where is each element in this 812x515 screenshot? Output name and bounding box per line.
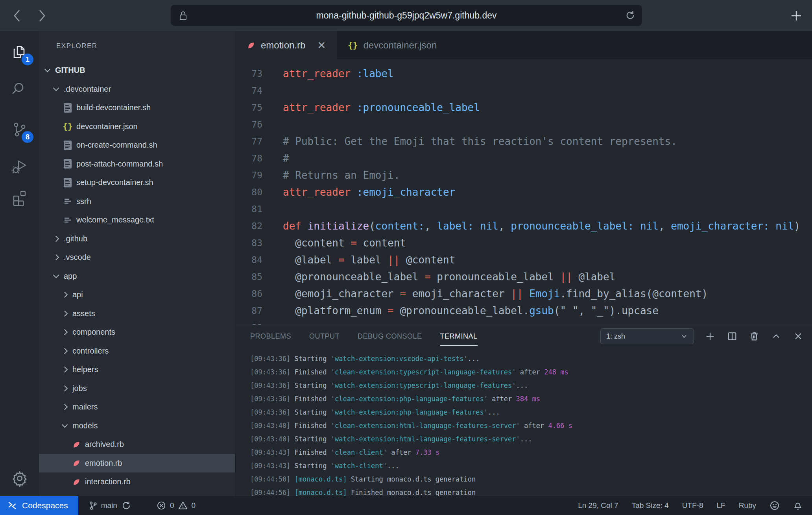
new-terminal-button[interactable]: [704, 330, 716, 342]
code-line-84[interactable]: 84 @label = label || @content: [236, 251, 812, 268]
git-branch-status[interactable]: main: [89, 500, 131, 511]
address-bar[interactable]: mona-github-github-g59jpq2w5w7.github.de…: [171, 5, 642, 26]
tree-item--github[interactable]: .github: [39, 230, 235, 248]
text-file-icon: [63, 196, 73, 206]
terminal-line-6: [09:43:40] Finished 'clean-extension:htm…: [250, 419, 812, 432]
panel-tab-terminal[interactable]: TERMINAL: [440, 325, 478, 347]
code-line-76[interactable]: 76: [236, 116, 812, 133]
new-tab-button[interactable]: [789, 9, 803, 23]
terminal-line-8: [09:43:43] Finished 'clean-client' after…: [250, 446, 812, 459]
tree-item-on-create-command-sh[interactable]: on-create-command.sh: [39, 136, 235, 155]
codespaces-remote-badge[interactable]: Codespaces: [0, 496, 78, 515]
line-number: 76: [236, 119, 262, 130]
code-line-78[interactable]: 78#: [236, 150, 812, 167]
tab-emotion-rb[interactable]: emotion.rb ✕: [236, 31, 337, 59]
browser-forward-button[interactable]: [34, 6, 50, 25]
code-line-81[interactable]: 81: [236, 200, 812, 217]
tree-item-setup-devcontainer-sh[interactable]: setup-devcontainer.sh: [39, 173, 235, 192]
tree-item-app[interactable]: app: [39, 267, 235, 286]
settings-gear-button[interactable]: [0, 467, 39, 489]
activity-explorer[interactable]: 1: [0, 42, 39, 64]
tree-item-devcontainer-json[interactable]: {}devcontainer.json: [39, 117, 235, 136]
code-line-82[interactable]: 82def initialize(content:, label: nil, p…: [236, 217, 812, 234]
tree-item-components[interactable]: components: [39, 323, 235, 342]
tree-item--devcontainer[interactable]: .devcontainer: [39, 80, 235, 99]
split-icon: [727, 331, 738, 342]
kill-terminal-button[interactable]: [748, 330, 760, 342]
tree-item-github[interactable]: GITHUB: [39, 61, 235, 80]
tree-item-label: emotion.rb: [85, 459, 122, 468]
terminal-session-dropdown[interactable]: 1: zsh: [600, 328, 694, 344]
code-line-85[interactable]: 85 @pronounceable_label = pronounceable_…: [236, 268, 812, 285]
error-count: 0: [170, 501, 174, 510]
back-arrow-icon: [11, 7, 24, 24]
close-panel-button[interactable]: [792, 330, 804, 342]
tree-item--vscode[interactable]: .vscode: [39, 248, 235, 267]
tree-item-interaction-rb[interactable]: interaction.rb: [39, 472, 235, 491]
code-line-88[interactable]: 88: [236, 319, 812, 325]
cursor-position-status[interactable]: Ln 29, Col 7: [578, 501, 618, 510]
tree-item-controllers[interactable]: controllers: [39, 342, 235, 361]
encoding-status[interactable]: UTF-8: [682, 501, 703, 510]
indentation-status[interactable]: Tab Size: 4: [632, 501, 669, 510]
activity-extensions[interactable]: [0, 186, 39, 208]
terminal-line-5: [09:43:36] Starting 'watch-extension:php…: [250, 406, 812, 419]
notifications-button[interactable]: [793, 500, 803, 511]
close-icon: [793, 331, 804, 342]
tree-item-emotion-rb[interactable]: emotion.rb: [39, 454, 235, 473]
panel-tab-debug-console[interactable]: DEBUG CONSOLE: [358, 325, 422, 347]
code-line-80[interactable]: 80attr_reader :emoji_character: [236, 183, 812, 200]
tree-item-post-attach-command-sh[interactable]: post-attach-command.sh: [39, 155, 235, 174]
code-line-83[interactable]: 83 @content = content: [236, 234, 812, 251]
line-number: 84: [236, 255, 262, 265]
tree-item-models[interactable]: models: [39, 417, 235, 435]
status-bar: Codespaces main 0 0 Ln 29, Col 7 Tab Siz…: [0, 496, 812, 515]
tree-item-api[interactable]: api: [39, 285, 235, 304]
browser-back-button[interactable]: [9, 6, 25, 25]
tree-item-assets[interactable]: assets: [39, 304, 235, 323]
tree-item-label: setup-devcontainer.sh: [76, 178, 153, 187]
tab-devcontainer-json[interactable]: {} devcontainer.json: [337, 31, 448, 59]
chevron-down-icon: [53, 85, 59, 91]
split-terminal-button[interactable]: [726, 330, 738, 342]
code-line-87[interactable]: 87 @platform_enum = @pronounceable_label…: [236, 302, 812, 319]
shell-file-icon: [63, 178, 73, 188]
code-line-79[interactable]: 79# Returns an Emoji.: [236, 167, 812, 183]
tree-item-label: ssrh: [76, 197, 91, 206]
tree-item-label: models: [72, 421, 98, 430]
tree-item-mailers[interactable]: mailers: [39, 398, 235, 417]
terminal-line-7: [09:43:40] Starting 'watch-extension:htm…: [250, 432, 812, 446]
code-line-77[interactable]: 77# Public: Get the Emoji that this reac…: [236, 133, 812, 150]
sidebar-explorer: EXPLORER GITHUB.devcontainerbuild-devcon…: [39, 31, 236, 496]
panel-tab-problems[interactable]: PROBLEMS: [250, 325, 291, 347]
chevron-right-icon: [53, 235, 59, 242]
maximize-panel-button[interactable]: [770, 330, 782, 342]
code-line-75[interactable]: 75attr_reader :pronounceable_label: [236, 99, 812, 116]
tree-item-archived-rb[interactable]: archived.rb: [39, 435, 235, 454]
tree-item-jobs[interactable]: jobs: [39, 379, 235, 398]
tree-item-helpers[interactable]: helpers: [39, 360, 235, 379]
terminal-output[interactable]: [09:43:36] Starting 'watch-extension:vsc…: [236, 347, 812, 496]
feedback-smiley-button[interactable]: [770, 500, 780, 511]
language-mode-status[interactable]: Ruby: [739, 501, 756, 510]
tree-item-welcome-message-txt[interactable]: welcome_message.txt: [39, 211, 235, 230]
tree-item-build-devcontainer-sh[interactable]: build-devcontainer.sh: [39, 98, 235, 117]
tab-close-icon[interactable]: ✕: [317, 40, 326, 50]
activity-search[interactable]: [0, 78, 39, 100]
code-line-74[interactable]: 74: [236, 82, 812, 99]
line-number: 87: [236, 306, 262, 316]
activity-source-control[interactable]: 8: [0, 119, 39, 141]
code-line-73[interactable]: 73attr_reader :label: [236, 65, 812, 82]
activity-run-debug[interactable]: [0, 156, 39, 178]
problems-status[interactable]: 0 0: [157, 501, 196, 510]
tree-item-ssrh[interactable]: ssrh: [39, 192, 235, 211]
code-editor[interactable]: 73attr_reader :label7475attr_reader :pro…: [236, 59, 812, 325]
reload-icon[interactable]: [625, 10, 636, 21]
chevron-right-icon: [62, 404, 68, 410]
tree-item-label: GITHUB: [55, 66, 85, 75]
eol-status[interactable]: LF: [716, 501, 725, 510]
ruby-file-icon: [247, 41, 255, 50]
code-line-86[interactable]: 86 @emoji_character = emoji_character ||…: [236, 285, 812, 302]
panel-tab-output[interactable]: OUTPUT: [309, 325, 340, 347]
chevron-right-icon: [62, 310, 68, 317]
